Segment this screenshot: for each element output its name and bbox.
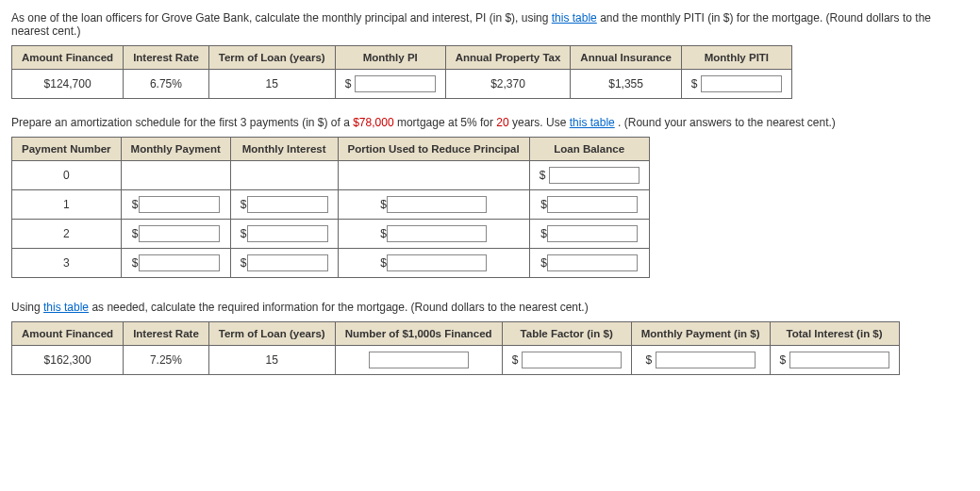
t3-h-total: Total Interest (in $): [770, 322, 899, 346]
t1-pi-cell: $: [335, 70, 445, 99]
p2-d: . (Round your answers to the nearest cen…: [618, 116, 836, 129]
t2-bal0-input[interactable]: [549, 167, 639, 184]
mortgage-table-1: Amount Financed Interest Rate Term of Lo…: [11, 45, 792, 99]
t2-prin1-input[interactable]: [387, 196, 487, 213]
t1-piti-cell: $: [681, 70, 791, 99]
p3-b: as needed, calculate the required inform…: [91, 301, 588, 314]
problem3-intro: Using this table as needed, calculate th…: [11, 301, 969, 314]
t1-pi-input[interactable]: [355, 75, 436, 92]
p2-table-link[interactable]: this table: [570, 116, 615, 129]
t3-num-input[interactable]: [369, 352, 469, 368]
t2-h-pay: Monthly Payment: [121, 138, 230, 161]
t2-num-3: 3: [12, 249, 122, 278]
t1-amount: $124,700: [12, 70, 124, 99]
t2-bal3-input[interactable]: [547, 254, 638, 271]
p2-a: Prepare an amortization schedule for the…: [11, 116, 353, 129]
t3-factor-cell: $: [502, 346, 631, 375]
t1-h-amount: Amount Financed: [12, 46, 124, 70]
p2-amount: $78,000: [353, 116, 393, 129]
t2-prin2-input[interactable]: [387, 225, 487, 242]
p1-text-before: As one of the loan officers for Grove Ga…: [11, 11, 552, 25]
dollar-sign: $: [540, 169, 546, 182]
problem2-intro: Prepare an amortization schedule for the…: [11, 116, 969, 129]
p3-table-link[interactable]: this table: [43, 301, 89, 314]
p3-a: Using: [11, 301, 43, 314]
t2-h-prin: Portion Used to Reduce Principal: [338, 138, 529, 161]
t3-h-term: Term of Loan (years): [208, 322, 335, 346]
table-row: 0 $: [12, 161, 650, 190]
t1-h-tax: Annual Property Tax: [445, 46, 571, 70]
t3-monthly-input[interactable]: [656, 352, 756, 368]
t3-h-num: Number of $1,000s Financed: [335, 322, 502, 346]
t3-total-cell: $: [770, 346, 899, 375]
t2-bal2-input[interactable]: [547, 225, 638, 242]
t3-monthly-cell: $: [631, 346, 770, 375]
t1-term: 15: [208, 70, 335, 99]
t1-h-ins: Annual Insurance: [571, 46, 682, 70]
t3-term: 15: [208, 346, 335, 375]
t2-h-bal: Loan Balance: [529, 138, 649, 161]
t3-h-amount: Amount Financed: [12, 322, 124, 346]
t2-pay3-input[interactable]: [139, 254, 220, 271]
t2-int3-input[interactable]: [247, 254, 328, 271]
t2-num-1: 1: [12, 190, 122, 220]
p2-years: 20: [496, 116, 508, 129]
t3-factor-input[interactable]: [522, 352, 622, 368]
problem1-intro: As one of the loan officers for Grove Ga…: [11, 11, 969, 38]
p1-table-link[interactable]: this table: [552, 11, 597, 25]
t1-rate: 6.75%: [124, 70, 209, 99]
t2-int1-input[interactable]: [247, 196, 328, 213]
table-row: 1 $ $ $ $: [12, 190, 650, 220]
p2-c: years. Use: [512, 116, 570, 129]
t2-bal0-cell: $: [529, 161, 649, 190]
table-row: 3 $ $ $ $: [12, 249, 650, 278]
p2-b: mortgage at 5% for: [397, 116, 496, 129]
t3-h-rate: Interest Rate: [124, 322, 209, 346]
table-row: 2 $ $ $ $: [12, 220, 650, 249]
t2-empty: [230, 161, 338, 190]
t2-prin3-input[interactable]: [387, 254, 487, 271]
t1-h-term: Term of Loan (years): [208, 46, 335, 70]
t3-rate: 7.25%: [124, 346, 209, 375]
t2-num-2: 2: [12, 220, 122, 249]
t2-int2-input[interactable]: [247, 225, 328, 242]
t2-empty: [338, 161, 529, 190]
t3-num-cell: [335, 346, 502, 375]
t1-h-piti: Monthly PITI: [681, 46, 791, 70]
t1-h-pi: Monthly PI: [335, 46, 445, 70]
t1-ins: $1,355: [571, 70, 682, 99]
t2-num-0: 0: [12, 161, 122, 190]
t3-h-monthly: Monthly Payment (in $): [631, 322, 770, 346]
t1-piti-input[interactable]: [701, 75, 782, 92]
t2-empty: [121, 161, 230, 190]
t2-bal1-input[interactable]: [547, 196, 638, 213]
t2-h-int: Monthly Interest: [230, 138, 338, 161]
t1-tax: $2,370: [445, 70, 571, 99]
t3-total-input[interactable]: [789, 352, 889, 368]
t3-h-factor: Table Factor (in $): [502, 322, 631, 346]
mortgage-table-3: Amount Financed Interest Rate Term of Lo…: [11, 321, 900, 375]
amortization-table: Payment Number Monthly Payment Monthly I…: [11, 137, 650, 278]
dollar-sign: $: [691, 77, 698, 90]
t2-pay1-input[interactable]: [139, 196, 220, 213]
t2-pay2-input[interactable]: [139, 225, 220, 242]
t2-h-num: Payment Number: [12, 138, 122, 161]
t1-h-rate: Interest Rate: [124, 46, 209, 70]
t3-amount: $162,300: [12, 346, 124, 375]
dollar-sign: $: [345, 77, 352, 90]
